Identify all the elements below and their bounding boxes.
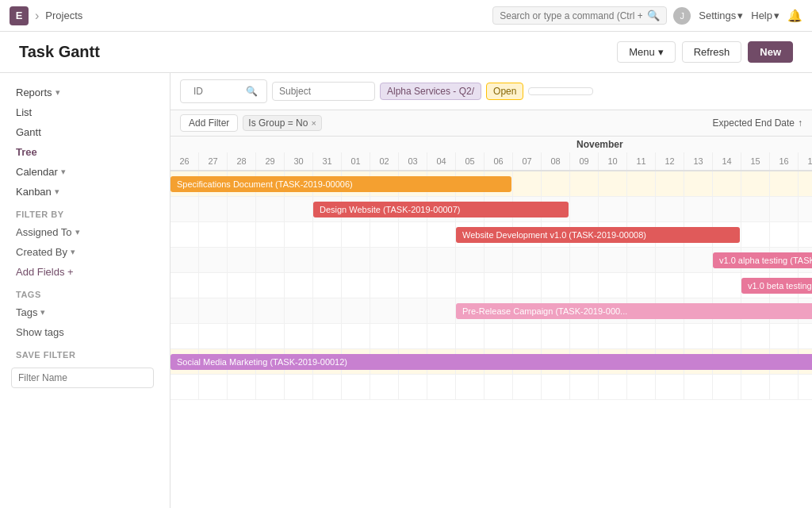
filter-assigned-to[interactable]: Assigned To ▾ [0,222,170,242]
gantt-grid-col [313,298,342,324]
gantt-bar[interactable]: Social Media Marketing (TASK-2019-00012) [170,354,812,370]
empty-filter-tag[interactable] [528,87,593,95]
gantt-grid-col [599,273,627,298]
search-input[interactable] [500,10,642,21]
gantt-grid-col [256,197,285,222]
day-cell: 12 [656,152,684,170]
gantt-row: Website Development v1.0 (TASK-2019-0000… [170,222,812,248]
gantt-grid-col [542,273,570,298]
group-filter-remove-icon[interactable]: × [311,118,316,128]
gantt-grid-col [770,324,799,349]
gantt-grid-col [799,171,812,197]
gantt-grid-col [285,197,313,222]
gantt-bar[interactable]: v1.0 beta testing ... [741,278,812,294]
day-cell: 15 [741,152,770,170]
gantt-grid-col [370,298,399,324]
days-row: 2627282930310102030405060708091011121314… [170,152,812,170]
gantt-bar[interactable]: Website Development v1.0 (TASK-2019-0000… [456,227,740,243]
gantt-grid-col [228,298,256,324]
gantt-grid-col [542,375,570,400]
gantt-grid-col [313,273,342,298]
gantt-row: Design Website (TASK-2019-00007) [170,197,812,222]
gantt-grid-col [256,222,285,248]
show-tags[interactable]: Show tags [0,322,170,342]
gantt-bar[interactable]: Design Website (TASK-2019-00007) [313,202,569,217]
gantt-grid-col [713,273,741,298]
gantt-chart-wrapper[interactable]: November 2627282930310102030405060708091… [170,137,812,508]
help-button[interactable]: Help ▾ [751,10,779,21]
gantt-grid-col [684,273,713,298]
gantt-grid-col [684,375,713,400]
gantt-grid-col [228,324,256,349]
gantt-grid-col [427,324,456,349]
gantt-grid-col [684,324,713,349]
gantt-grid-col [456,273,485,298]
gantt-grid-col [599,375,627,400]
tags-filter[interactable]: Tags ▾ [0,302,170,322]
id-search-icon: 🔍 [246,86,258,97]
group-filter-chip[interactable]: Is Group = No × [243,115,321,131]
sidebar-item-calendar[interactable]: Calendar ▾ [0,162,170,182]
gantt-grid-col [170,273,199,298]
subject-input[interactable] [272,82,375,101]
settings-button[interactable]: Settings ▾ [699,10,743,21]
breadcrumb-projects[interactable]: Projects [45,10,82,21]
gantt-grid-col [542,324,570,349]
add-filter-button[interactable]: Add Filter [180,114,238,132]
day-cell: 10 [599,152,627,170]
group-filter-label: Is Group = No [248,117,308,129]
status-filter-tag[interactable]: Open [486,83,523,100]
gantt-grid-col [228,222,256,248]
gantt-grid-col [542,171,570,197]
sidebar-item-reports[interactable]: Reports ▾ [0,83,170,102]
filter-row2: Add Filter Is Group = No × Expected End … [170,110,812,137]
day-cell: 17 [799,152,812,170]
expected-end-date-sort[interactable]: Expected End Date ↑ [713,117,802,129]
sidebar-item-label: Gantt [16,126,41,138]
day-cell: 13 [684,152,713,170]
gantt-grid-col [313,375,342,400]
day-cell: 01 [342,152,370,170]
gantt-grid-col [256,298,285,324]
gantt-grid-col [485,375,513,400]
page-header: Task Gantt Menu ▾ Refresh New [0,32,812,73]
notifications-bell-icon[interactable]: 🔔 [787,9,802,23]
project-filter-tag[interactable]: Alpha Services - Q2/ [380,83,481,100]
sidebar-item-list[interactable]: List [0,102,170,122]
main-layout: Reports ▾ List Gantt Tree Calendar ▾ Kan… [0,73,812,508]
gantt-grid-col [627,324,656,349]
gantt-grid-col [342,375,370,400]
gantt-grid-col [370,324,399,349]
id-search-field[interactable]: 🔍 [180,79,267,103]
gantt-grid-col [513,248,542,273]
gantt-grid-col [713,324,741,349]
sidebar-item-kanban[interactable]: Kanban ▾ [0,182,170,202]
search-bar[interactable]: 🔍 [492,6,667,25]
tags-chevron-icon: ▾ [40,307,45,318]
tags-label: Tags [16,306,37,318]
sidebar-item-tree[interactable]: Tree [0,142,170,162]
new-button[interactable]: New [748,41,793,63]
search-icon: 🔍 [647,10,660,21]
refresh-button[interactable]: Refresh [682,41,742,63]
filter-created-by[interactable]: Created By ▾ [0,242,170,262]
gantt-grid-col [799,222,812,248]
sort-icon: ↑ [798,117,802,129]
gantt-grid-col [370,375,399,400]
gantt-row: v1.0 alpha testing (TASK-2019-000... [170,248,812,273]
gantt-grid-col [570,324,599,349]
gantt-grid-col [627,273,656,298]
sidebar-item-label: Reports [16,87,52,98]
menu-button[interactable]: Menu ▾ [617,41,676,63]
gantt-bar[interactable]: Pre-Release Campaign (TASK-2019-000... [456,303,812,319]
gantt-grid-col [342,324,370,349]
gantt-bar[interactable]: Specifications Document (TASK-2019-00006… [170,176,511,192]
gantt-bar[interactable]: v1.0 alpha testing (TASK-2019-000... [713,252,812,268]
gantt-grid-col [285,273,313,298]
id-input[interactable] [187,83,243,100]
add-fields-button[interactable]: Add Fields + [0,262,170,282]
filter-name-input[interactable] [11,368,154,388]
gantt-grid-col [199,375,228,400]
sidebar-item-gantt[interactable]: Gantt [0,122,170,142]
gantt-grid-col [799,324,812,349]
